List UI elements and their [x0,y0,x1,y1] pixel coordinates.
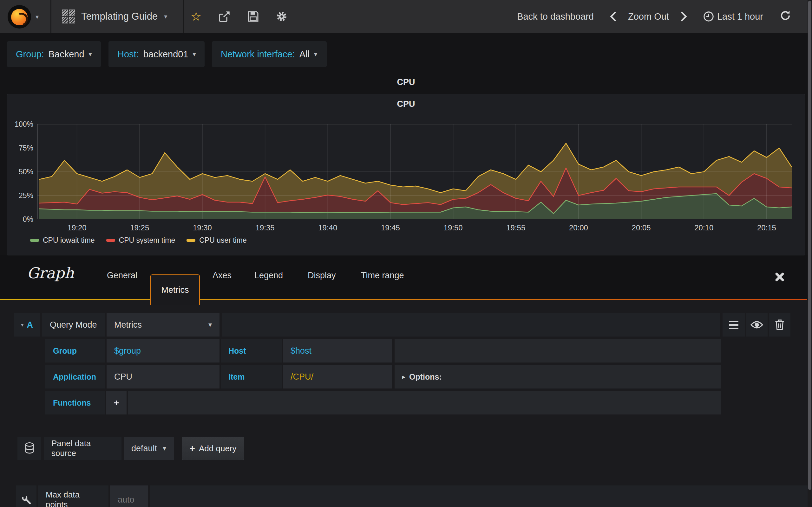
options-toggle[interactable]: ▸ Options: [395,365,721,389]
x-tick-label: 20:15 [749,223,784,232]
group-input[interactable]: $group [107,339,219,362]
max-data-points-filler [150,486,811,507]
panel-datasource-label: Panel data source [44,437,121,460]
panel-editor-header: Graph General Metrics Axes Legend Displa… [0,256,812,300]
trash-icon [775,319,784,331]
application-input[interactable]: CPU [107,365,219,389]
dashboard-grid-icon [62,9,75,23]
dashboard-title-menu[interactable]: Templating Guide ▾ [51,0,183,33]
share-icon[interactable] [217,9,232,23]
datasource-select[interactable]: default ▾ [124,437,174,460]
caret-down-icon: ▾ [163,444,166,452]
x-tick-label: 19:35 [248,223,283,232]
legend-item[interactable]: CPU system time [106,236,175,245]
query-mode-select[interactable]: Metrics ▾ [107,313,219,337]
variable-host[interactable]: Host: backend01 ▾ [108,41,205,67]
variable-group[interactable]: Group: Backend ▾ [7,41,101,67]
tab-axes[interactable]: Axes [212,271,232,280]
page-scrollbar[interactable] [808,0,812,507]
add-function-button[interactable]: + [106,391,126,414]
y-tick-label: 75% [7,144,33,153]
variable-value: All [299,49,310,60]
back-to-dashboard-button[interactable]: Back to dashboard [517,11,594,22]
dashboard-row-title: CPU [0,77,812,87]
query-mode-label: Query Mode [42,313,105,337]
caret-down-icon: ▾ [36,13,39,20]
caret-down-icon: ▾ [208,321,212,329]
star-icon[interactable]: ☆ [189,9,203,23]
dashboard-title: Templating Guide [81,11,158,22]
x-tick-label: 19:50 [436,223,471,232]
triangle-right-icon: ▸ [402,373,405,381]
grafana-logo-menu[interactable]: ▾ [8,5,45,29]
functions-label: Functions [45,391,105,414]
variable-label: Group: [16,49,44,60]
time-picker-button[interactable]: Last 1 hour [717,11,763,22]
x-tick-label: 19:25 [122,223,157,232]
tab-display[interactable]: Display [308,271,336,280]
query-delete-button[interactable] [769,313,791,337]
item-input[interactable]: /CPU/ [283,365,392,389]
y-tick-label: 50% [7,168,33,176]
scrollbar-thumb[interactable] [808,1,811,490]
tab-general[interactable]: General [107,271,137,280]
legend-series-name: CPU iowait time [43,236,95,245]
navbar-separator [183,0,184,33]
database-icon [24,442,35,455]
chart-legend: CPU iowait timeCPU system timeCPU user t… [30,236,247,245]
navbar-right-controls: Back to dashboard Zoom Out Last 1 hour [517,0,791,33]
time-shift-left-icon[interactable] [610,11,617,21]
caret-down-icon: ▾ [314,50,317,58]
query-menu-button[interactable] [722,313,745,337]
legend-series-name: CPU system time [119,236,175,245]
settings-gear-icon[interactable] [275,9,289,23]
group-label: Group [45,339,105,362]
y-tick-label: 100% [7,120,33,129]
legend-swatch-icon [187,239,195,242]
x-tick-label: 20:00 [561,223,596,232]
variable-value: Backend [49,49,84,60]
datasource-value: default [131,444,157,453]
caret-down-icon: ▾ [164,13,167,20]
tab-metrics[interactable]: Metrics [150,274,200,305]
application-label: Application [45,365,105,389]
x-tick-label: 19:55 [498,223,533,232]
panel-title[interactable]: CPU [7,99,805,109]
panel-type-title: Graph [27,264,74,282]
plus-icon: + [189,443,195,454]
query-letter: A [27,320,33,330]
query-row-filler [222,313,720,337]
save-icon[interactable] [246,9,260,23]
time-shift-right-icon[interactable] [680,11,687,21]
x-tick-label: 20:05 [624,223,659,232]
query-letter-toggle[interactable]: ▾ A [14,313,40,337]
legend-item[interactable]: CPU user time [187,236,247,245]
item-label: Item [221,365,282,389]
close-editor-icon[interactable] [773,270,786,284]
datasource-cell [17,437,41,460]
query-mode-value: Metrics [114,320,142,330]
variable-label: Network interface: [221,49,295,60]
zoom-out-button[interactable]: Zoom Out [628,11,669,22]
grafana-logo-icon [8,5,31,29]
max-data-points-input[interactable]: auto [110,486,148,507]
plus-icon: + [113,397,119,408]
navbar-action-icons: ☆ [189,0,289,33]
tab-time-range[interactable]: Time range [361,271,404,280]
query-row-filler [395,339,721,362]
x-tick-label: 19:20 [60,223,95,232]
menu-icon [729,321,739,329]
tab-legend[interactable]: Legend [254,271,283,280]
y-tick-label: 25% [7,191,33,200]
legend-item[interactable]: CPU iowait time [30,236,95,245]
legend-swatch-icon [106,239,115,242]
host-input[interactable]: $host [283,339,392,362]
cpu-stacked-area-chart[interactable] [38,124,792,219]
query-toggle-visibility-button[interactable] [746,313,768,337]
refresh-icon[interactable] [780,10,791,23]
add-query-button[interactable]: + Add query [182,437,244,460]
variable-value: backend01 [143,49,189,60]
eye-icon [750,320,763,330]
options-label: Options: [409,372,442,382]
variable-network-interface[interactable]: Network interface: All ▾ [212,41,327,67]
